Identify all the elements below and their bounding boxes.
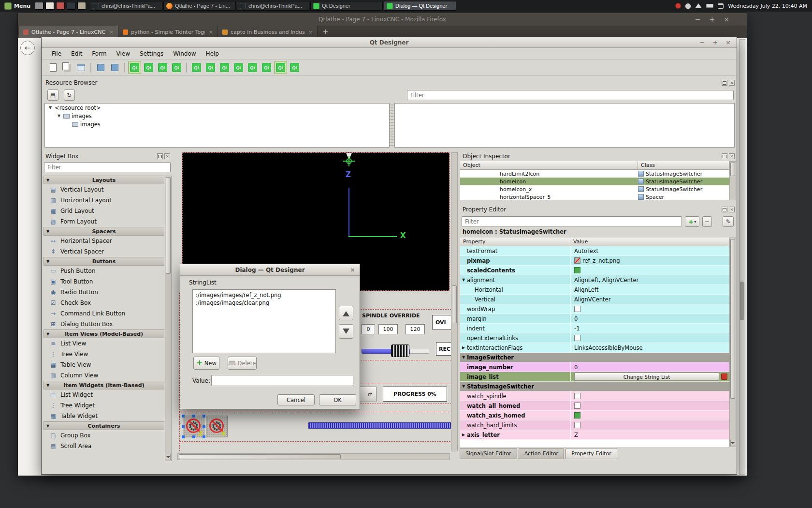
- property-value[interactable]: ref_z_not.png: [570, 256, 729, 265]
- firefox-titlebar[interactable]: Qtlathe - Page 7 - LinuxCNC - Mozilla Fi…: [18, 13, 747, 26]
- minimize-button[interactable]: −: [699, 39, 705, 46]
- object-inspector-row[interactable]: homeIcon StatusImageSwitcher: [460, 178, 729, 185]
- widgetbox-widget[interactable]: ▦ Grid Layout: [44, 206, 164, 216]
- close-button[interactable]: ×: [724, 15, 729, 23]
- new-form-button[interactable]: [46, 61, 59, 74]
- taskbar-item[interactable]: chris@chris-ThinkPa...: [237, 1, 309, 11]
- property-row[interactable]: Vertical AlignVCenter: [460, 295, 729, 304]
- taskbar-item[interactable]: Qtlathe - Page 7 - Lin...: [163, 1, 236, 11]
- close-panel-icon[interactable]: ×: [729, 207, 735, 212]
- float-panel-icon[interactable]: [722, 207, 727, 212]
- spindle-scale-value[interactable]: 100: [378, 324, 398, 334]
- widgetbox-category[interactable]: ▼ Layouts: [44, 176, 164, 184]
- configure-property-editor-button[interactable]: ✎: [723, 216, 734, 227]
- close-button[interactable]: ×: [350, 266, 355, 273]
- property-row[interactable]: margin 0: [460, 314, 729, 324]
- property-editor-header[interactable]: Property Editor ×: [460, 205, 737, 214]
- resource-tree-row[interactable]: images: [45, 120, 389, 128]
- cancel-button[interactable]: Cancel: [277, 394, 315, 405]
- widgetbox-widget[interactable]: ▢ Group Box: [44, 430, 164, 441]
- property-value[interactable]: [570, 266, 729, 275]
- value-input[interactable]: [211, 375, 353, 386]
- widgetbox-widget[interactable]: ▭ Push Button: [44, 266, 164, 276]
- widgetbox-widget[interactable]: ▧ Form Layout: [44, 216, 164, 227]
- maximize-button[interactable]: +: [712, 39, 718, 46]
- scrollbar-thumb[interactable]: [452, 285, 457, 323]
- menu-item[interactable]: Settings: [135, 49, 168, 58]
- resource-filter-input[interactable]: [407, 90, 734, 100]
- edit-paste-button[interactable]: [108, 61, 121, 74]
- battery-icon[interactable]: [706, 4, 713, 8]
- scrollbar-thumb[interactable]: [740, 282, 744, 320]
- property-row[interactable]: watch_hard_limits: [460, 420, 729, 430]
- adjust-size-button[interactable]: Qt: [288, 61, 301, 74]
- editor-tab[interactable]: Signal/Slot Editor: [460, 448, 517, 459]
- widgetbox-widget[interactable]: ≡ List View: [44, 338, 164, 349]
- property-row[interactable]: watch_axis_homed: [460, 411, 729, 420]
- edit-copy-button[interactable]: [94, 61, 107, 74]
- status-image-widget[interactable]: ⚙ Z: [183, 416, 204, 437]
- property-value[interactable]: 0: [570, 362, 729, 372]
- property-row[interactable]: ▶ textInteractionFlags LinksAccessibleBy…: [460, 343, 729, 353]
- close-panel-icon[interactable]: ×: [729, 80, 735, 86]
- update-shield-icon[interactable]: [675, 3, 681, 9]
- widget-box-header[interactable]: Widget Box ×: [43, 151, 172, 161]
- close-button[interactable]: ×: [725, 39, 731, 46]
- watch_hard_limits-checkbox[interactable]: [574, 422, 580, 428]
- property-value[interactable]: LinksAccessibleByMouse: [570, 343, 729, 352]
- menu-item[interactable]: Form: [87, 49, 111, 58]
- selection-handle[interactable]: [203, 415, 205, 418]
- clock[interactable]: Wednesday July 22, 10:40 AM: [728, 3, 807, 9]
- property-value[interactable]: -1: [570, 324, 729, 333]
- watch_spindle-checkbox[interactable]: [574, 393, 580, 399]
- tab-close-icon[interactable]: ×: [109, 29, 114, 35]
- widgetbox-category[interactable]: ▼ Spacers: [44, 227, 164, 236]
- resource-browser-header[interactable]: Resource Browser ×: [43, 78, 737, 88]
- close-panel-icon[interactable]: ×: [729, 153, 735, 159]
- property-row[interactable]: textFormat AutoText: [460, 246, 729, 256]
- layout-vertical-button[interactable]: Qt: [204, 61, 217, 74]
- edit-tab-order-button[interactable]: Qt: [170, 61, 183, 74]
- property-value[interactable]: [570, 391, 729, 401]
- widgetbox-widget[interactable]: ☑ Check Box: [44, 298, 164, 308]
- minimize-button[interactable]: −: [695, 15, 701, 23]
- layout-grid-button[interactable]: Qt: [260, 61, 273, 74]
- menu-item[interactable]: Help: [202, 49, 223, 58]
- launcher-show-desktop-icon[interactable]: [35, 2, 44, 10]
- widgetbox-widget[interactable]: ▣ Tool Button: [44, 276, 164, 287]
- openExternalLinks-checkbox[interactable]: [574, 335, 580, 341]
- expander-icon[interactable]: ▼: [460, 278, 467, 282]
- object-inspector-scrollbar[interactable]: [729, 161, 736, 200]
- property-value[interactable]: Change String List: [570, 372, 729, 381]
- launcher-folder-icon[interactable]: [77, 2, 86, 10]
- property-row[interactable]: Horizontal AlignLeft: [460, 285, 729, 295]
- change-string-list-button[interactable]: Change String List: [574, 373, 719, 381]
- widgetbox-widget[interactable]: ▤ Scroll Area: [44, 441, 164, 451]
- wordWrap-checkbox[interactable]: [574, 306, 580, 312]
- scaledContents-checkbox[interactable]: [574, 267, 580, 273]
- property-editor-scrollbar[interactable]: [729, 238, 736, 447]
- launcher-screenshot-icon[interactable]: [56, 2, 65, 10]
- property-row[interactable]: ▼ StatusImageSwitcher: [460, 382, 729, 391]
- float-panel-icon[interactable]: [722, 80, 727, 86]
- scrollbar-thumb[interactable]: [730, 239, 735, 399]
- property-value[interactable]: [570, 420, 729, 430]
- menu-item[interactable]: View: [112, 49, 134, 58]
- stringlist-item[interactable]: :/images/images/clear.png: [193, 299, 335, 307]
- expander-icon[interactable]: ▼: [460, 355, 467, 359]
- stringlist-item[interactable]: :/images/images/ref_z_not.png: [193, 291, 335, 299]
- widgetbox-widget[interactable]: ⋮ Tree View: [44, 349, 164, 359]
- tab-close-icon[interactable]: ×: [308, 29, 313, 35]
- property-value[interactable]: AutoText: [570, 246, 729, 255]
- scrollbar-thumb[interactable]: [179, 454, 341, 459]
- selection-handle[interactable]: [182, 425, 185, 428]
- property-value[interactable]: AlignLeft: [570, 285, 729, 294]
- widgetbox-category[interactable]: ▼ Item Views (Model-Based): [44, 329, 164, 338]
- menu-item[interactable]: File: [47, 49, 66, 58]
- widgetbox-widget[interactable]: ▦ Table Widget: [44, 411, 164, 421]
- property-value[interactable]: [570, 411, 729, 420]
- save-form-button[interactable]: [74, 61, 87, 74]
- move-down-button[interactable]: [339, 324, 353, 339]
- property-value[interactable]: 0: [570, 314, 729, 323]
- resource-tree-row[interactable]: ▼ <resource root>: [45, 104, 389, 112]
